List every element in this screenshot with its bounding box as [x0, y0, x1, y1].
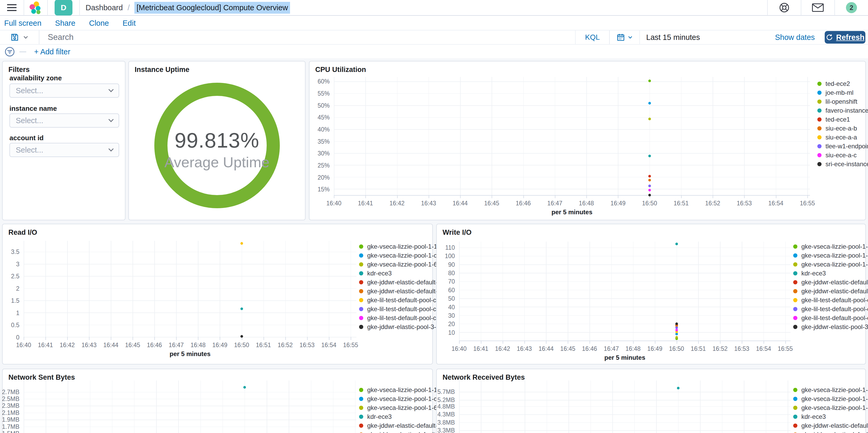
v-gridline	[459, 241, 460, 341]
legend-item-siu-ece-a-a[interactable]: siu-ece-a-a	[817, 133, 865, 142]
legend-item-gke-lil-test-default-pool-c1e...[interactable]: gke-lil-test-default-pool-c1e...	[359, 305, 431, 314]
y-tick-label: 40%	[318, 126, 330, 133]
legend-item-kdr-ece3[interactable]: kdr-ece3	[359, 412, 431, 421]
time-range-value[interactable]: Last 15 minutes	[640, 33, 700, 42]
data-point-kdr-ece3[interactable]	[675, 242, 678, 245]
legend-item-gke-vseca-lizzie-pool-1-630...[interactable]: gke-vseca-lizzie-pool-1-630...	[793, 403, 865, 412]
legend-item-joe-mb-ml[interactable]: joe-mb-ml	[817, 88, 865, 97]
notifications-icon[interactable]	[801, 0, 834, 16]
data-point-siu-ece-a-b[interactable]	[648, 179, 651, 181]
x-tick-mark	[742, 341, 742, 344]
legend-item-favero-instance[interactable]: favero-instance	[817, 106, 865, 115]
data-point-ted-ece1[interactable]	[648, 175, 651, 177]
app-header: D Dashboard / [Metricbeat Googlecloud] C…	[0, 0, 868, 16]
show-dates-button[interactable]: Show dates	[767, 30, 823, 44]
data-point-kdr-ece3[interactable]	[243, 386, 246, 388]
legend-item-sri-ece-instance[interactable]: sri-ece-instance	[817, 160, 865, 169]
legend-item-kdr-ece3[interactable]: kdr-ece3	[793, 269, 865, 278]
legend-item-gke-lil-test-default-pool-c1e...[interactable]: gke-lil-test-default-pool-c1e...	[359, 314, 431, 322]
legend-item-siu-ece-a-b[interactable]: siu-ece-a-b	[817, 124, 865, 133]
clone-link[interactable]: Clone	[89, 19, 109, 28]
breadcrumb: Dashboard / [Metricbeat Googlecloud] Com…	[86, 2, 290, 13]
legend-item-gke-vseca-lizzie-pool-1-1877...[interactable]: gke-vseca-lizzie-pool-1-1877...	[359, 385, 431, 395]
legend-item-gke-jddwr-elastic-default-po...[interactable]: gke-jddwr-elastic-default-po...	[793, 278, 865, 287]
availability-zone-select[interactable]: Select...	[9, 84, 119, 98]
legend-item-lil-openshift[interactable]: lil-openshift	[817, 97, 865, 106]
plot-area[interactable]	[459, 241, 790, 341]
legend-item-ted-ece1[interactable]: ted-ece1	[817, 115, 865, 124]
legend-item-gke-vseca-lizzie-pool-1-c417...[interactable]: gke-vseca-lizzie-pool-1-c417...	[359, 251, 431, 260]
legend-item-kdr-ece3[interactable]: kdr-ece3	[793, 412, 865, 421]
plot-area[interactable]	[459, 380, 790, 433]
user-avatar[interactable]: 2	[834, 0, 868, 16]
legend-item-gke-jddwr-elastic-default-po...[interactable]: gke-jddwr-elastic-default-po...	[359, 278, 431, 287]
legend-item-gke-vseca-lizzie-pool-1-c417...[interactable]: gke-vseca-lizzie-pool-1-c417...	[793, 395, 865, 403]
elastic-logo-icon[interactable]	[24, 0, 47, 16]
legend-item-kdr-ece3[interactable]: kdr-ece3	[359, 269, 431, 278]
legend-item-gke-jddwr-elastic-default-po...[interactable]: gke-jddwr-elastic-default-po...	[359, 421, 431, 430]
data-point-gke-jddwr-elastic-pool-3-74...[interactable]	[675, 322, 678, 325]
legend-item-gke-vseca-lizzie-pool-1-1877...[interactable]: gke-vseca-lizzie-pool-1-1877...	[793, 242, 865, 251]
data-point-lil-openshift[interactable]	[648, 118, 651, 120]
legend-label: siu-ece-a-c	[826, 151, 857, 159]
account-id-select[interactable]: Select...	[9, 143, 119, 157]
legend-item-gke-jddwr-elastic-default-po...[interactable]: gke-jddwr-elastic-default-po...	[793, 287, 865, 296]
data-point-kdr-ece3[interactable]	[677, 387, 680, 389]
data-point-gke-jddwr-elastic-pool-3-74...[interactable]	[241, 335, 243, 338]
share-link[interactable]: Share	[55, 19, 75, 28]
menu-icon[interactable]	[0, 0, 24, 16]
legend-item-gke-jddwr-elastic-default-po...[interactable]: gke-jddwr-elastic-default-po...	[793, 421, 865, 430]
data-point-gke-lil-test-default-pool-c1e...[interactable]	[241, 242, 243, 245]
legend-item-ted-ece2[interactable]: ted-ece2	[817, 79, 865, 88]
full-screen-link[interactable]: Full screen	[4, 19, 41, 28]
legend-item-gke-vseca-lizzie-pool-1-630...[interactable]: gke-vseca-lizzie-pool-1-630...	[793, 260, 865, 269]
query-language-button[interactable]: KQL	[575, 30, 609, 44]
data-point-gke-vseca-lizzie-pool-1-630...[interactable]	[675, 336, 678, 339]
plot-area[interactable]	[24, 241, 356, 338]
h-gridline	[24, 288, 356, 289]
v-gridline	[289, 380, 289, 433]
legend-item-tlee-w1-endpoint[interactable]: tlee-w1-endpoint	[817, 142, 865, 151]
page-title[interactable]: [Metricbeat Googlecloud] Compute Overvie…	[134, 2, 290, 13]
plot-area[interactable]	[334, 77, 810, 196]
legend-item-gke-vseca-lizzie-pool-1-c417...[interactable]: gke-vseca-lizzie-pool-1-c417...	[359, 395, 431, 403]
legend-item-gke-lil-test-default-pool-c1e...[interactable]: gke-lil-test-default-pool-c1e...	[793, 314, 865, 322]
calendar-menu-button[interactable]	[610, 30, 640, 44]
legend-item-gke-vseca-lizzie-pool-1-1877...[interactable]: gke-vseca-lizzie-pool-1-1877...	[359, 242, 431, 251]
legend-item-gke-jddwr-elastic-default-po...[interactable]: gke-jddwr-elastic-default-po...	[359, 287, 431, 296]
legend-item-gke-lil-test-default-pool-c1e...[interactable]: gke-lil-test-default-pool-c1e...	[359, 296, 431, 305]
data-point-siu-ece-a-c[interactable]	[648, 189, 651, 192]
space-avatar[interactable]: D	[54, 0, 73, 16]
data-point-favero-instance[interactable]	[648, 155, 651, 157]
data-point-sri-ece-instance[interactable]	[648, 194, 651, 196]
help-icon[interactable]	[767, 0, 801, 16]
breadcrumb-dashboard[interactable]: Dashboard	[86, 3, 123, 12]
legend-item-gke-vseca-lizzie-pool-1-630...[interactable]: gke-vseca-lizzie-pool-1-630...	[359, 403, 431, 412]
legend-label: gke-vseca-lizzie-pool-1-630...	[801, 404, 868, 411]
legend-item-gke-jddwr-elastic-pool-3-74...[interactable]: gke-jddwr-elastic-pool-3-74...	[793, 322, 865, 331]
legend-item-gke-lil-test-default-pool-c1e...[interactable]: gke-lil-test-default-pool-c1e...	[793, 296, 865, 305]
search-input[interactable]: Search	[39, 30, 575, 44]
edit-link[interactable]: Edit	[123, 19, 136, 28]
data-point-gke-lil-test-default-pool-c1e...[interactable]	[675, 329, 678, 331]
legend-label: kdr-ece3	[801, 413, 826, 421]
instance-name-select[interactable]: Select...	[9, 113, 119, 127]
plot-area[interactable]	[24, 380, 356, 433]
legend-item-gke-lil-test-default-pool-c1e...[interactable]: gke-lil-test-default-pool-c1e...	[793, 305, 865, 314]
data-point-ted-ece2[interactable]	[648, 80, 651, 82]
legend-item-gke-jddwr-elastic-pool-3-74...[interactable]: gke-jddwr-elastic-pool-3-74...	[359, 322, 431, 331]
query-bar: Search KQL Last 15 minutes Show dates Re…	[0, 30, 868, 45]
legend-item-gke-vseca-lizzie-pool-1-630...[interactable]: gke-vseca-lizzie-pool-1-630...	[359, 260, 431, 269]
legend-item-gke-jddwr-elastic-default-po...[interactable]: gke-jddwr-elastic-default-po...	[359, 430, 431, 433]
data-point-joe-mb-ml[interactable]	[648, 102, 651, 105]
legend-item-siu-ece-a-c[interactable]: siu-ece-a-c	[817, 151, 865, 160]
refresh-button[interactable]: Refresh	[825, 31, 865, 44]
legend-item-gke-vseca-lizzie-pool-1-1877...[interactable]: gke-vseca-lizzie-pool-1-1877...	[793, 385, 865, 395]
legend-item-gke-vseca-lizzie-pool-1-c417...[interactable]: gke-vseca-lizzie-pool-1-c417...	[793, 251, 865, 260]
uptime-value: 99.813%	[129, 128, 305, 152]
saved-query-menu-button[interactable]	[0, 30, 39, 44]
legend-item-gke-jddwr-elastic-default-po...[interactable]: gke-jddwr-elastic-default-po...	[793, 430, 865, 433]
data-point-tlee-w1-endpoint[interactable]	[648, 184, 651, 187]
add-filter-button[interactable]: + Add filter	[34, 48, 70, 56]
data-point-kdr-ece3[interactable]	[241, 308, 243, 310]
